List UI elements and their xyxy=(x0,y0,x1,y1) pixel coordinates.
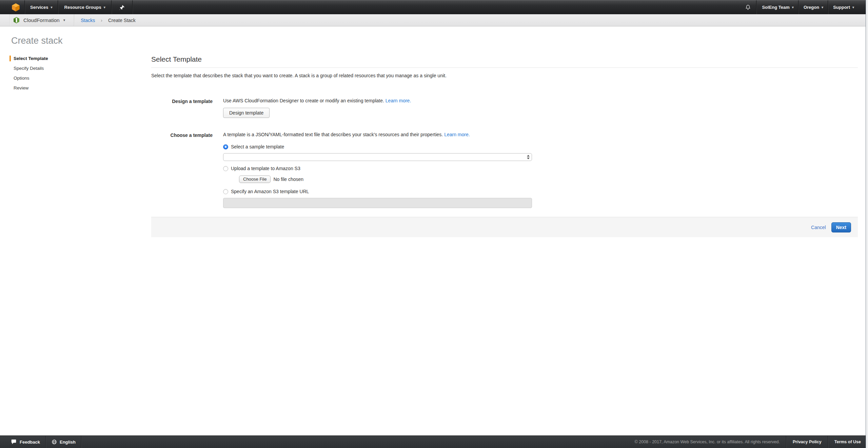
s3-url-option: Specify an Amazon S3 template URL xyxy=(223,189,858,194)
language-label: English xyxy=(60,440,76,445)
region-menu[interactable]: Oregon ▾ xyxy=(804,0,823,14)
choose-file-button[interactable]: Choose File xyxy=(239,176,271,183)
step-label: Review xyxy=(9,85,28,90)
step-label: Specify Details xyxy=(9,66,44,71)
divider xyxy=(828,436,828,448)
design-learn-more-link[interactable]: Learn more. xyxy=(386,98,411,103)
language-button[interactable]: English xyxy=(46,436,76,448)
upload-template-option: Upload a template to Amazon S3 xyxy=(223,166,858,171)
divider xyxy=(798,0,799,14)
s3-url-option-label[interactable]: Specify an Amazon S3 template URL xyxy=(231,189,309,194)
breadcrumb: CloudFormation ▾ Stacks › Create Stack xyxy=(0,14,866,26)
select-stepper-icon xyxy=(527,155,530,159)
top-nav-left: Services ▾ Resource Groups ▾ xyxy=(0,0,133,14)
choose-template-text: A template is a JSON/YAML-formatted text… xyxy=(223,132,443,137)
copyright-text: © 2008 - 2017, Amazon Web Services, Inc.… xyxy=(635,440,780,444)
step-label: Select Template xyxy=(11,56,48,61)
s3-url-input[interactable] xyxy=(223,198,532,208)
aws-logo-icon[interactable] xyxy=(11,3,20,12)
design-template-text: Use AWS CloudFormation Designer to creat… xyxy=(223,98,384,103)
radio-dot xyxy=(225,146,226,148)
feedback-label: Feedback xyxy=(20,440,40,445)
speech-bubble-icon xyxy=(11,440,17,445)
design-template-label: Design a template xyxy=(151,98,213,104)
account-menu[interactable]: SolEng Team ▾ xyxy=(762,0,793,14)
s3-url-radio[interactable] xyxy=(223,189,228,194)
divider xyxy=(756,0,757,14)
resource-groups-label: Resource Groups xyxy=(64,5,101,10)
chevron-down-icon: ▾ xyxy=(51,5,53,9)
top-nav-right: SolEng Team ▾ Oregon ▾ Support ▾ xyxy=(745,0,866,14)
divider xyxy=(111,0,112,14)
divider xyxy=(58,0,58,14)
services-label: Services xyxy=(30,5,48,10)
account-label: SolEng Team xyxy=(762,5,789,10)
chevron-down-icon: ▾ xyxy=(852,5,854,9)
divider xyxy=(24,0,25,14)
cloudformation-icon xyxy=(13,17,20,24)
design-template-row: Design a template Use AWS CloudFormation… xyxy=(151,98,858,118)
privacy-policy-link[interactable]: Privacy Policy xyxy=(793,440,822,444)
divider xyxy=(74,14,75,26)
divider xyxy=(9,14,10,26)
wizard-action-bar: Cancel Next xyxy=(151,217,858,237)
sample-template-select[interactable] xyxy=(223,153,532,161)
breadcrumb-separator: › xyxy=(101,18,102,23)
chevron-down-icon: ▾ xyxy=(104,5,105,9)
cancel-button[interactable]: Cancel xyxy=(811,225,826,230)
services-menu[interactable]: Services ▾ xyxy=(30,0,53,14)
sample-template-radio[interactable] xyxy=(223,144,228,149)
divider xyxy=(132,0,133,14)
divider xyxy=(786,436,787,448)
breadcrumb-stacks-link[interactable]: Stacks xyxy=(81,18,95,23)
step-select-template[interactable]: Select Template xyxy=(9,54,48,63)
top-nav-bar: Services ▾ Resource Groups ▾ SolEng Team xyxy=(0,0,866,14)
step-specify-details[interactable]: Specify Details xyxy=(9,63,48,73)
upload-template-option-label[interactable]: Upload a template to Amazon S3 xyxy=(231,166,300,171)
design-template-button[interactable]: Design template xyxy=(223,108,270,118)
scrollbar[interactable] xyxy=(866,0,868,448)
breadcrumb-current: Create Stack xyxy=(108,18,136,23)
sample-template-option: Select a sample template xyxy=(223,144,858,149)
feedback-button[interactable]: Feedback xyxy=(0,436,40,448)
pin-icon[interactable] xyxy=(119,4,125,11)
choose-template-content: A template is a JSON/YAML-formatted text… xyxy=(223,132,858,208)
section-heading: Select Template xyxy=(151,55,858,68)
terms-of-use-link[interactable]: Terms of Use xyxy=(834,440,861,444)
step-label: Options xyxy=(9,76,29,81)
file-status-text: No file chosen xyxy=(273,177,303,182)
support-menu[interactable]: Support ▾ xyxy=(833,0,854,14)
support-label: Support xyxy=(833,5,850,10)
bottom-bar-right: © 2008 - 2017, Amazon Web Services, Inc.… xyxy=(635,436,866,448)
stepper-down-arrow xyxy=(527,158,530,159)
page-title: Create stack xyxy=(11,36,63,46)
notifications-bell-icon[interactable] xyxy=(745,4,751,11)
sample-template-option-label[interactable]: Select a sample template xyxy=(231,144,284,149)
divider xyxy=(828,0,828,14)
bottom-bar: Feedback English © 2008 - 2017, Amazon W… xyxy=(0,435,866,448)
choose-template-label: Choose a template xyxy=(151,132,213,138)
stepper-up-arrow xyxy=(527,155,530,157)
step-review[interactable]: Review xyxy=(9,83,48,93)
form-area: Design a template Use AWS CloudFormation… xyxy=(151,98,858,208)
upload-template-radio[interactable] xyxy=(223,166,228,171)
wizard-steps: Select Template Specify Details Options … xyxy=(9,54,48,93)
aws-console-page: Services ▾ Resource Groups ▾ SolEng Team xyxy=(0,0,868,448)
file-upload-row: Choose File No file chosen xyxy=(239,176,858,183)
chevron-down-icon[interactable]: ▾ xyxy=(63,18,65,22)
main-content: Select Template Select the template that… xyxy=(151,55,858,208)
next-button[interactable]: Next xyxy=(831,222,851,232)
chevron-down-icon: ▾ xyxy=(792,5,794,9)
step-options[interactable]: Options xyxy=(9,73,48,83)
design-template-content: Use AWS CloudFormation Designer to creat… xyxy=(223,98,858,118)
divider xyxy=(81,436,82,448)
cloudformation-service-menu[interactable]: CloudFormation xyxy=(23,17,60,23)
region-label: Oregon xyxy=(804,5,819,10)
globe-icon xyxy=(52,439,57,445)
chevron-down-icon: ▾ xyxy=(822,5,823,9)
choose-template-row: Choose a template A template is a JSON/Y… xyxy=(151,132,858,208)
resource-groups-menu[interactable]: Resource Groups ▾ xyxy=(64,0,105,14)
choose-learn-more-link[interactable]: Learn more. xyxy=(444,132,470,137)
section-description: Select the template that describes the s… xyxy=(151,73,858,78)
